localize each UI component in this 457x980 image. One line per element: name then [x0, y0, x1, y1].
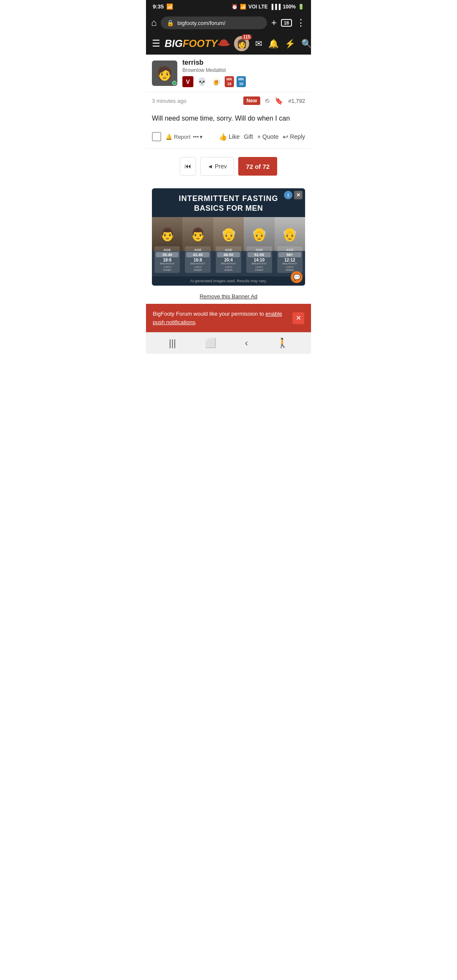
bell-icon[interactable]: 🔔: [268, 39, 279, 49]
ad-close-button[interactable]: ✕: [294, 191, 303, 199]
first-page-button[interactable]: ⏮: [180, 157, 196, 176]
user-badges: V 💀 🍺 MK 16 MK 15: [182, 76, 305, 88]
post-meta: 3 minutes ago New ⎋ 🔖 #1,792: [146, 92, 311, 107]
url-bar[interactable]: 🔒 bigfooty.com/forum/: [161, 17, 267, 29]
ad-controls: i ✕: [284, 191, 303, 199]
report-button[interactable]: 🔔 Report: [165, 134, 190, 140]
mail-icon[interactable]: ✉: [255, 39, 262, 49]
ad-person-1: 👨 AGE 35-40 18:6 BREAKFAST LUNCH DINNER: [152, 217, 182, 276]
push-notification-bar: BigFooty Forum would like your permissio…: [146, 304, 311, 332]
beer-badge: 🍺: [210, 76, 222, 88]
reply-icon: ↩: [283, 133, 288, 141]
like-icon: 👍: [219, 133, 227, 141]
ad-title: INTERMITTENT FASTING: [152, 188, 305, 204]
mk15-badge: MK 15: [237, 76, 246, 87]
lightning-icon[interactable]: ⚡: [285, 39, 295, 49]
ad-person-5: 👴 AGE 56+ 12:12 BREAKFAST LUNCH DINNER: [275, 217, 305, 276]
push-notification-text: BigFooty Forum would like your permissio…: [153, 310, 288, 326]
nav-home-icon[interactable]: ⬜: [205, 338, 216, 349]
user-avatar-header[interactable]: 👩 115: [234, 36, 249, 51]
logo-hat-icon: [218, 39, 230, 46]
push-close-button[interactable]: ✕: [292, 312, 304, 324]
status-time: 9:35 📶: [153, 3, 173, 10]
v-badge: V: [182, 76, 193, 87]
logo-big: BIG: [165, 38, 183, 50]
wifi-icon: 📶: [240, 4, 246, 10]
alarm-icon: ⏰: [231, 4, 238, 10]
new-badge: New: [243, 96, 261, 105]
prev-page-button[interactable]: ◄ Prev: [200, 157, 234, 176]
reply-button[interactable]: ↩ Reply: [283, 133, 305, 141]
ad-subtitle: BASICS FOR MEN: [152, 204, 305, 217]
ad-banner: i ✕ INTERMITTENT FASTING BASICS FOR MEN …: [152, 188, 305, 286]
url-text: bigfooty.com/forum/: [177, 20, 225, 26]
gift-button[interactable]: Gift: [244, 133, 253, 140]
user-details: terrisb Brownlow Medallist V 💀 🍺 MK: [182, 59, 305, 88]
time-display: 9:35: [153, 3, 164, 10]
sim-icon: 📶: [166, 3, 173, 10]
user-title: Brownlow Medallist: [182, 67, 305, 73]
search-icon[interactable]: 🔍: [301, 39, 311, 49]
share-icon[interactable]: ⎋: [265, 97, 270, 105]
double-left-icon: ⏮: [184, 162, 191, 170]
ad-person-2: 👨 AGE 41-45 16:8 BREAKFAST LUNCH DINNER: [182, 217, 213, 276]
post-number: #1,792: [288, 98, 305, 104]
tab-count[interactable]: 18: [281, 19, 292, 27]
more-options-button[interactable]: ••• ▾: [193, 134, 203, 140]
site-header: ☰ BIG FOOTY 👩 115 ✉ 🔔 ⚡ 🔍: [146, 33, 311, 55]
bookmark-icon[interactable]: 🔖: [275, 97, 283, 105]
quote-button[interactable]: + Quote: [257, 133, 278, 140]
nav-menu-icon[interactable]: |||: [169, 338, 176, 349]
ad-footnote: AI-generated images used. Results may va…: [152, 276, 305, 286]
battery-icon: 🔋: [298, 4, 304, 10]
username[interactable]: terrisb: [182, 59, 305, 66]
home-icon[interactable]: ⌂: [151, 17, 157, 28]
pagination: ⏮ ◄ Prev 72 of 72: [146, 149, 311, 184]
nav-back-icon[interactable]: ‹: [245, 338, 248, 349]
bottom-nav: ||| ⬜ ‹ 🚶: [146, 332, 311, 354]
current-page-indicator[interactable]: 72 of 72: [238, 157, 277, 176]
add-tab-icon[interactable]: +: [271, 17, 277, 28]
browser-menu-icon[interactable]: ⋮: [296, 17, 306, 28]
mk16-badge: MK 16: [225, 76, 234, 87]
status-icons: ⏰ 📶 VOl LTE ▐▐▐ 100% 🔋: [231, 4, 304, 10]
post-author-avatar[interactable]: 🧑: [152, 61, 177, 86]
bell-report-icon: 🔔: [165, 134, 172, 140]
nav-accessibility-icon[interactable]: 🚶: [277, 338, 288, 349]
ad-chat-icon[interactable]: 💬: [291, 271, 303, 283]
notification-count: 115: [242, 34, 252, 40]
browser-bar: ⌂ 🔒 bigfooty.com/forum/ + 18 ⋮: [146, 13, 311, 33]
post-container: 🧑 terrisb Brownlow Medallist V 💀 🍺: [146, 55, 311, 304]
header-icons: 👩 115 ✉ 🔔 ⚡ 🔍: [234, 36, 311, 51]
bigfooty-logo[interactable]: BIG FOOTY: [165, 38, 230, 50]
battery-label: 100%: [283, 4, 296, 10]
ad-person-3: 👴 AGE 46-50 20:4 BREAKFAST LUNCH DINNER: [213, 217, 244, 276]
ad-person-4: 👴 AGE 51-55 14:10 BREAKFAST LUNCH DINNER: [244, 217, 274, 276]
post-meta-right: New ⎋ 🔖 #1,792: [243, 96, 305, 105]
user-info-row: 🧑 terrisb Brownlow Medallist V 💀 🍺: [146, 55, 311, 92]
post-time: 3 minutes ago: [152, 98, 187, 104]
hamburger-menu-icon[interactable]: ☰: [152, 38, 160, 49]
status-bar: 9:35 📶 ⏰ 📶 VOl LTE ▐▐▐ 100% 🔋: [146, 0, 311, 13]
signal-bars-icon: ▐▐▐: [270, 4, 281, 10]
post-content: Will need some time, sorry. Will do when…: [146, 107, 311, 128]
online-indicator: [172, 81, 176, 85]
select-checkbox[interactable]: [152, 132, 161, 141]
post-actions: 🔔 Report ••• ▾ 👍 Like Gift + Quote ↩ Rep…: [146, 128, 311, 149]
skull-badge: 💀: [196, 76, 208, 88]
remove-ad-link[interactable]: Remove this Banner Ad: [146, 289, 311, 304]
logo-footy: FOOTY: [183, 38, 218, 50]
ad-info-button[interactable]: i: [284, 191, 292, 199]
signal-label: VOl LTE: [248, 4, 268, 10]
svg-rect-1: [219, 44, 229, 45]
like-button[interactable]: 👍 Like: [219, 133, 240, 141]
ad-images: 👨 AGE 35-40 18:6 BREAKFAST LUNCH DINNER …: [152, 217, 305, 276]
secure-icon: 🔒: [167, 19, 174, 26]
